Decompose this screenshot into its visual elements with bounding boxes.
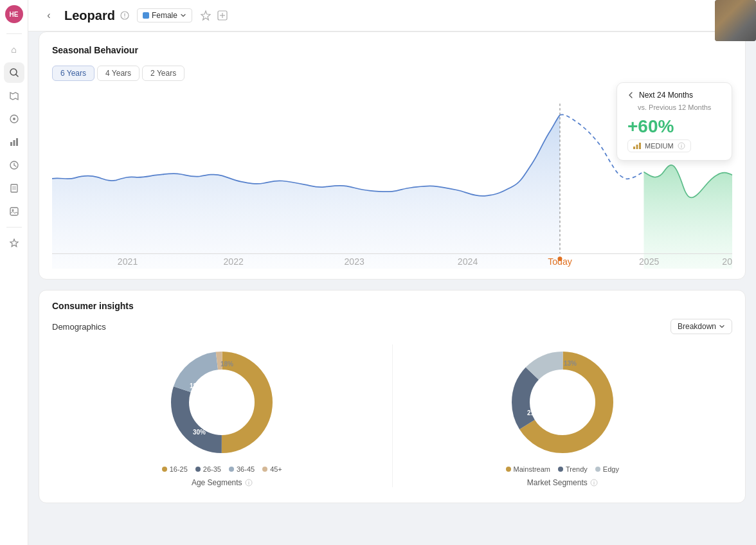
x-label-2026: 2026 (722, 256, 732, 267)
sidebar-item-radio[interactable] (4, 109, 24, 129)
demographics-title: Demographics (52, 322, 106, 332)
pct-13: 13% (564, 360, 577, 367)
pct-18b: 18% (221, 361, 233, 368)
legend-label-trendy: Trendy (566, 465, 588, 473)
svg-line-9 (14, 165, 16, 166)
market-donut-svg: 66% 21% 13% (505, 344, 620, 460)
time-controls: 6 Years 4 Years 2 Years (52, 66, 732, 81)
svg-rect-5 (13, 140, 15, 146)
svg-point-14 (12, 210, 14, 211)
legend-dot-26-35 (195, 467, 201, 472)
x-label-2023: 2023 (345, 256, 365, 267)
sidebar-item-map[interactable] (4, 85, 24, 106)
market-info-icon (590, 479, 598, 487)
x-label-2025: 2025 (639, 256, 660, 267)
svg-rect-13 (10, 208, 18, 215)
legend-label-mainstream: Mainstream (514, 465, 550, 473)
sidebar-item-home[interactable]: ⌂ (4, 39, 24, 60)
top-actions (200, 10, 228, 21)
age-chart-col: 50% 30% 18% 18% 16-25 (52, 344, 393, 487)
charts-row: 50% 30% 18% 18% 16-25 (52, 344, 732, 487)
bar-chart-icon (633, 143, 641, 149)
demo-header: Demographics Breakdown (52, 319, 732, 334)
legend-16-25: 16-25 (162, 465, 188, 473)
pct-18a: 18% (190, 382, 203, 389)
today-dot (557, 256, 562, 261)
forecast-area (644, 165, 732, 269)
top-bar: ‹ Leopard Female (28, 0, 756, 31)
legend-45plus: 45+ (262, 465, 282, 473)
seasonal-card: Seasonal Behaviour 6 Years 4 Years 2 Yea… (39, 31, 746, 280)
btn-2years[interactable]: 2 Years (142, 66, 184, 81)
chevron-down-icon (719, 323, 725, 330)
back-button[interactable]: ‹ (41, 8, 57, 23)
age-title: Age Segments (192, 478, 242, 487)
btn-4years[interactable]: 4 Years (97, 66, 140, 81)
pct-30: 30% (193, 429, 206, 436)
legend-mainstream: Mainstream (506, 465, 550, 473)
legend-edgy: Edgy (595, 465, 619, 473)
sidebar-item-chart[interactable] (4, 132, 24, 152)
market-legend: Mainstream Trendy Edgy (506, 465, 619, 473)
sidebar: HE ⌂ (0, 0, 28, 545)
legend-dot-45plus (262, 467, 267, 472)
badge-label: MEDIUM (645, 142, 674, 150)
legend-dot-16-25 (162, 467, 167, 472)
market-title: Market Segments (527, 478, 588, 487)
svg-rect-10 (11, 184, 17, 192)
age-chart-label: Age Segments (192, 478, 253, 487)
share-icon[interactable] (217, 10, 228, 21)
x-label-2024: 2024 (458, 256, 478, 267)
sidebar-divider-2 (6, 227, 22, 228)
product-thumbnail (715, 0, 756, 41)
sidebar-divider (6, 33, 22, 34)
legend-label-edgy: Edgy (603, 465, 619, 473)
svg-point-31 (248, 481, 249, 481)
gender-label: Female (152, 11, 177, 20)
chevron-left-icon[interactable] (627, 91, 635, 99)
legend-dot-trendy (558, 467, 563, 472)
consumer-title: Consumer insights (52, 301, 732, 311)
legend-label-36-45: 36-45 (237, 465, 255, 473)
svg-rect-25 (639, 143, 641, 149)
pct-50: 50% (241, 400, 254, 407)
legend-label-26-35: 26-35 (203, 465, 221, 473)
x-label-2021: 2021 (118, 256, 138, 267)
main-content: ‹ Leopard Female Seasonal Behaviour 6 Ye… (28, 0, 756, 545)
gender-filter[interactable]: Female (137, 8, 192, 22)
breakdown-label: Breakdown (678, 322, 716, 331)
legend-dot-36-45 (229, 467, 234, 472)
breakdown-button[interactable]: Breakdown (670, 319, 732, 334)
sidebar-item-clock[interactable] (4, 155, 24, 175)
btn-6years[interactable]: 6 Years (52, 66, 94, 81)
svg-rect-4 (10, 142, 12, 146)
market-donut: 66% 21% 13% (505, 344, 620, 460)
sidebar-item-search[interactable] (4, 62, 24, 83)
legend-label-45plus: 45+ (270, 465, 282, 473)
forecast-badge: MEDIUM (627, 139, 691, 152)
svg-rect-24 (636, 145, 638, 149)
sidebar-item-star[interactable] (4, 233, 24, 253)
consumer-insights-card: Consumer insights Demographics Breakdown (39, 290, 746, 503)
svg-point-18 (124, 17, 125, 17)
chevron-down-icon (180, 12, 186, 19)
legend-label-16-25: 16-25 (170, 465, 188, 473)
user-avatar[interactable]: HE (5, 5, 23, 23)
pct-21: 21% (527, 409, 540, 416)
legend-dot-mainstream (506, 467, 511, 472)
market-chart-label: Market Segments (527, 478, 598, 487)
market-chart-col: 66% 21% 13% Mainstream Trendy (393, 344, 733, 487)
content-area: Seasonal Behaviour 6 Years 4 Years 2 Yea… (28, 31, 756, 514)
age-donut-svg: 50% 30% 18% 18% (164, 344, 280, 460)
legend-trendy: Trendy (558, 465, 588, 473)
svg-point-28 (681, 144, 681, 145)
star-icon[interactable] (200, 10, 212, 21)
forecast-top: Next 24 Months (627, 91, 721, 100)
info-icon (678, 142, 685, 150)
sidebar-item-doc[interactable] (4, 178, 24, 199)
svg-point-34 (593, 481, 594, 481)
gender-dot (143, 12, 149, 19)
age-info-icon (245, 479, 253, 487)
sidebar-item-gallery[interactable] (4, 201, 24, 222)
x-label-2022: 2022 (223, 256, 244, 267)
